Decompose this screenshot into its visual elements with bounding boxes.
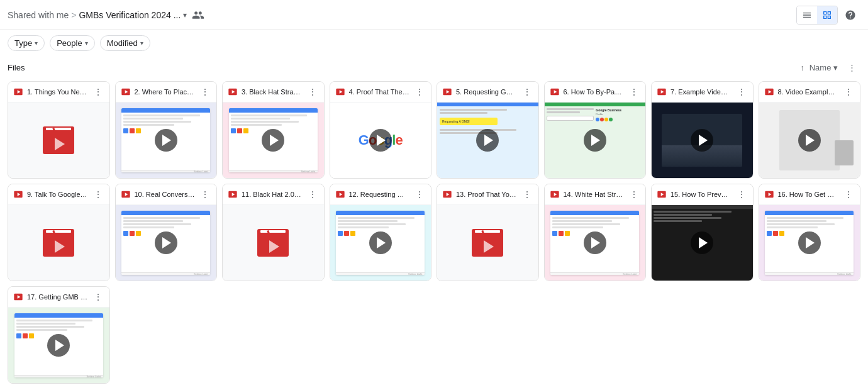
files-grid: 1. Things You Need...⋮ 2. Where To Place…: [0, 81, 868, 390]
manage-people-button[interactable]: [189, 6, 207, 24]
breadcrumb-separator: >: [71, 10, 76, 20]
grid-view-button[interactable]: [817, 6, 837, 24]
sort-controls: ↑ Name ▾ ⋮: [800, 58, 860, 76]
file-type-icon: [121, 189, 131, 199]
file-more-button[interactable]: ⋮: [628, 86, 640, 98]
play-button[interactable]: [476, 129, 499, 152]
file-name: 4. Proof That The ...: [349, 88, 410, 96]
play-button[interactable]: [691, 129, 713, 152]
file-more-button[interactable]: ⋮: [521, 86, 533, 98]
sort-direction-button[interactable]: ↑: [800, 63, 804, 72]
file-type-icon: [121, 87, 131, 97]
file-card[interactable]: 5. Requesting GMB...⋮ Requesting A GMB!: [437, 81, 539, 179]
file-thumbnail: Setting Light: [8, 308, 109, 383]
type-filter[interactable]: Type ▾: [8, 35, 45, 51]
play-button[interactable]: [798, 129, 821, 152]
file-more-button[interactable]: ⋮: [735, 188, 748, 201]
file-more-button[interactable]: ⋮: [842, 188, 855, 201]
file-card-header: 1. Things You Need...⋮: [8, 82, 109, 103]
file-more-button[interactable]: ⋮: [521, 188, 533, 201]
file-card-header: 14. White Hat Strat...⋮: [545, 184, 646, 205]
file-card-header: 11. Black Hat 2.0 T...⋮: [223, 184, 324, 205]
play-button[interactable]: [584, 231, 606, 254]
file-card[interactable]: 15. How To Prevent...⋮: [651, 184, 754, 281]
help-button[interactable]: [840, 5, 860, 25]
file-name: 6. How To By-Pass ...: [564, 88, 625, 96]
modified-filter[interactable]: Modified ▾: [100, 35, 150, 51]
file-name: 14. White Hat Strat...: [564, 191, 625, 198]
file-card[interactable]: 7. Example Video #...⋮: [651, 81, 754, 179]
sort-name-button[interactable]: Name ▾: [810, 63, 838, 72]
file-type-icon: [335, 87, 345, 97]
file-thumbnail: [437, 205, 538, 281]
file-more-button[interactable]: ⋮: [199, 188, 211, 201]
play-button[interactable]: [369, 231, 392, 254]
play-button[interactable]: [691, 231, 713, 254]
video-clapper-icon: [43, 229, 74, 257]
file-card[interactable]: 3. Black Hat Strate...⋮: [222, 81, 325, 179]
file-more-button[interactable]: ⋮: [628, 188, 640, 201]
file-card[interactable]: 4. Proof That The ...⋮ Google: [330, 81, 432, 179]
file-thumbnail: Google Business Profile: [545, 103, 646, 178]
file-card[interactable]: 8. Video Example ...⋮: [759, 81, 861, 179]
file-thumbnail: Setting Light: [223, 103, 324, 178]
file-type-icon: [442, 189, 452, 199]
file-card[interactable]: 12. Requesting Mul...⋮: [330, 184, 432, 281]
file-type-icon: [550, 87, 560, 97]
file-name: 15. How To Prevent...: [670, 191, 732, 198]
play-button[interactable]: [155, 129, 177, 152]
file-card-header: 9. Talk To Google T...⋮: [8, 184, 109, 205]
file-thumbnail: [652, 205, 753, 281]
file-card[interactable]: 1. Things You Need...⋮: [8, 81, 110, 179]
file-card[interactable]: 10. Real Conversat...⋮: [115, 184, 218, 281]
file-type-icon: [228, 87, 238, 97]
file-card-header: 12. Requesting Mul...⋮: [330, 184, 431, 205]
play-button[interactable]: [369, 129, 392, 152]
file-type-icon: [442, 87, 452, 97]
play-button[interactable]: [262, 129, 284, 152]
file-type-icon: [228, 189, 238, 199]
file-more-button[interactable]: ⋮: [842, 86, 855, 98]
play-button[interactable]: [155, 231, 177, 254]
play-button[interactable]: [798, 231, 821, 254]
file-card[interactable]: 16. How To Get GM...⋮: [759, 184, 861, 281]
people-filter-arrow: ▾: [85, 40, 88, 47]
file-card[interactable]: 9. Talk To Google T...⋮: [8, 184, 110, 281]
section-title: Files: [8, 63, 25, 72]
file-more-button[interactable]: ⋮: [735, 86, 748, 98]
more-options-button[interactable]: ⋮: [843, 58, 860, 76]
file-more-button[interactable]: ⋮: [199, 86, 211, 98]
file-name: 10. Real Conversat...: [135, 191, 196, 198]
file-thumbnail: Setting Light: [759, 205, 860, 281]
file-card[interactable]: 13. Proof That You ...⋮: [437, 184, 539, 281]
breadcrumb-parent[interactable]: Shared with me: [8, 10, 69, 20]
file-more-button[interactable]: ⋮: [306, 86, 319, 98]
people-filter-label: People: [57, 38, 82, 48]
file-card[interactable]: 14. White Hat Strat...⋮: [544, 184, 647, 281]
file-more-button[interactable]: ⋮: [92, 291, 104, 303]
file-more-button[interactable]: ⋮: [413, 86, 426, 98]
file-card[interactable]: 11. Black Hat 2.0 T...⋮: [222, 184, 325, 281]
breadcrumb-current[interactable]: GMBs Verification 2024 ... ▾: [79, 10, 187, 20]
file-type-icon: [13, 189, 23, 199]
modified-filter-arrow: ▾: [140, 40, 143, 47]
modified-filter-label: Modified: [107, 38, 138, 48]
file-card[interactable]: 2. Where To Place ...⋮: [115, 81, 218, 179]
file-more-button[interactable]: ⋮: [92, 188, 104, 201]
file-card-header: 8. Video Example ...⋮: [759, 82, 860, 103]
video-clapper-icon: [257, 229, 289, 257]
people-filter[interactable]: People ▾: [50, 35, 94, 51]
file-more-button[interactable]: ⋮: [413, 188, 426, 201]
list-view-button[interactable]: [797, 6, 817, 24]
file-name: 12. Requesting Mul...: [349, 191, 410, 198]
file-type-icon: [764, 87, 774, 97]
play-button[interactable]: [584, 129, 606, 152]
file-more-button[interactable]: ⋮: [92, 86, 104, 98]
file-card-header: 2. Where To Place ...⋮: [116, 82, 217, 103]
file-card[interactable]: 6. How To By-Pass ...⋮ Google Business P…: [544, 81, 647, 179]
file-thumbnail: [8, 103, 109, 178]
file-card[interactable]: 17. Getting GMB Un...⋮: [8, 286, 110, 384]
play-button[interactable]: [47, 334, 70, 357]
breadcrumb-dropdown-icon: ▾: [183, 11, 187, 20]
file-more-button[interactable]: ⋮: [306, 188, 319, 201]
